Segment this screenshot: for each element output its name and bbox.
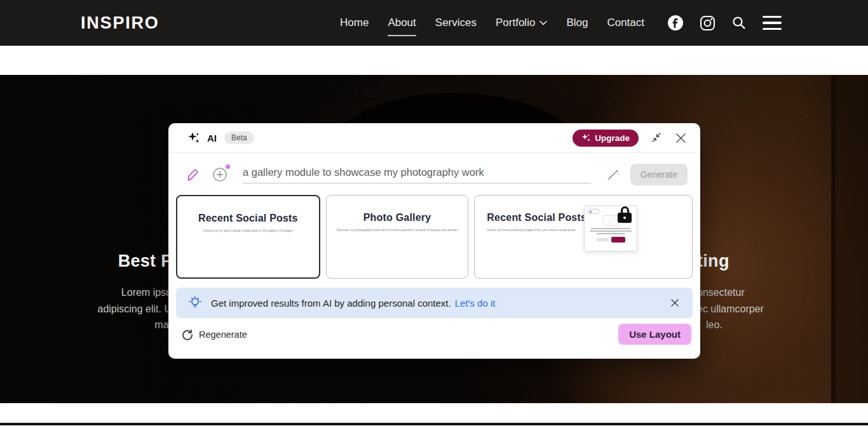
regenerate-icon xyxy=(182,329,193,340)
mini-upgrade-pill xyxy=(588,209,599,214)
nav-item-home[interactable]: Home xyxy=(340,17,369,29)
mini-secondary-button xyxy=(597,238,608,241)
ai-dialog-header-actions: Upgrade xyxy=(573,130,688,147)
layout-option-title: Photo Gallery xyxy=(327,212,468,223)
ai-dialog-header: AI Beta Upgrade xyxy=(168,123,700,153)
hero-body-line: mat xyxy=(98,317,172,333)
search-icon[interactable] xyxy=(731,15,747,30)
hero-body-line: Lorem ipsu xyxy=(98,284,172,301)
mini-text-line xyxy=(597,233,625,234)
ai-dialog: AI Beta Upgrade xyxy=(168,123,700,359)
ai-sparkle-icon xyxy=(187,131,200,144)
nav-item-portfolio-label: Portfolio xyxy=(496,17,535,29)
collapse-button[interactable] xyxy=(649,131,663,145)
layout-option-subtitle: Discover my photography work and immerse… xyxy=(327,228,468,232)
magic-wand-icon xyxy=(606,168,620,182)
hero-photo-wall xyxy=(836,75,868,403)
layout-option-2[interactable]: Photo Gallery Discover my photography wo… xyxy=(326,195,469,279)
section-gap xyxy=(0,403,868,423)
mini-illustration xyxy=(603,215,618,226)
collapse-icon xyxy=(651,132,662,143)
layout-option-3-locked[interactable]: Recent Social Posts Check out these amaz… xyxy=(474,195,693,279)
ai-prompt-row: a gallery module to showcase my photogra… xyxy=(168,153,700,193)
nav-item-blog[interactable]: Blog xyxy=(566,17,588,29)
menu-icon[interactable] xyxy=(763,16,782,30)
site-header: INSPIRO Home About Services Portfolio Bl… xyxy=(0,0,868,46)
add-context-plus-icon xyxy=(212,167,227,182)
nav-item-portfolio[interactable]: Portfolio xyxy=(496,17,547,29)
regenerate-label: Regenerate xyxy=(199,329,247,340)
close-icon xyxy=(675,133,686,143)
page: INSPIRO Home About Services Portfolio Bl… xyxy=(0,0,868,426)
hero-heading-right-fragment: ting xyxy=(697,250,764,272)
ai-dialog-title: AI xyxy=(207,133,217,143)
lightbulb-icon xyxy=(188,295,202,310)
mini-upgrade-button xyxy=(611,237,625,243)
hero-body-line: onsectetur xyxy=(697,284,764,301)
hero-body-line: leo. xyxy=(697,317,764,333)
hero-body-line: ec ullamcorper xyxy=(697,301,764,317)
hero-heading-left-fragment: Best F xyxy=(98,250,172,272)
main-nav: Home About Services Portfolio Blog Conta… xyxy=(340,17,644,29)
regenerate-button[interactable]: Regenerate xyxy=(182,329,247,340)
chevron-down-icon xyxy=(539,20,547,25)
mini-text-line xyxy=(590,230,632,232)
ai-tip-bar: Get improved results from AI by adding p… xyxy=(176,288,693,318)
instagram-icon[interactable] xyxy=(700,15,715,31)
mini-text-line xyxy=(591,228,630,229)
hero-body-line: adipiscing elit. U xyxy=(98,301,172,317)
edit-prompt-button[interactable] xyxy=(185,167,200,182)
tip-close-icon xyxy=(670,298,679,307)
generate-button[interactable]: Generate xyxy=(630,164,688,185)
improve-prompt-button[interactable] xyxy=(605,166,621,183)
tip-text: Get improved results from AI by adding p… xyxy=(211,298,451,309)
hero-text-right: ting onsectetur ec ullamcorper leo. xyxy=(697,250,764,333)
nav-item-about[interactable]: About xyxy=(388,17,416,29)
nav-item-contact[interactable]: Contact xyxy=(607,17,644,29)
facebook-icon[interactable] xyxy=(667,15,684,31)
layout-option-subtitle: Check out my latest social media posts i… xyxy=(177,229,319,233)
lock-icon xyxy=(617,206,632,223)
hero-body-right-fragment: onsectetur ec ullamcorper leo. xyxy=(697,284,764,333)
layout-option-1[interactable]: Recent Social Posts Check out my latest … xyxy=(176,195,320,279)
layout-options-row: Recent Social Posts Check out my latest … xyxy=(168,195,700,279)
hero-photo-door-edge xyxy=(831,75,836,403)
tip-link[interactable]: Let's do it xyxy=(455,298,496,309)
edit-pencil-icon xyxy=(186,168,199,181)
upgrade-button[interactable]: Upgrade xyxy=(573,130,639,147)
hero-text-left: Best F Lorem ipsu adipiscing elit. U mat xyxy=(98,250,172,333)
ai-dialog-footer: Regenerate Use Layout xyxy=(168,318,700,345)
next-section-edge xyxy=(0,423,868,425)
site-logo[interactable]: INSPIRO xyxy=(81,13,159,33)
nav-item-services[interactable]: Services xyxy=(435,17,477,29)
layout-option-title: Recent Social Posts xyxy=(177,213,319,224)
add-context-button[interactable] xyxy=(211,166,229,183)
context-notification-dot xyxy=(226,164,230,169)
hero-body-left-fragment: Lorem ipsu adipiscing elit. U mat xyxy=(98,284,172,333)
mini-actions xyxy=(585,237,637,243)
use-layout-button[interactable]: Use Layout xyxy=(618,324,691,345)
close-button[interactable] xyxy=(674,131,688,145)
ai-prompt-input[interactable]: a gallery module to showcase my photogra… xyxy=(243,166,591,183)
upgrade-button-label: Upgrade xyxy=(595,133,630,143)
tip-close-button[interactable] xyxy=(669,297,681,309)
header-icons xyxy=(667,15,782,31)
upgrade-sparkle-icon xyxy=(581,133,590,142)
beta-badge: Beta xyxy=(224,131,254,144)
